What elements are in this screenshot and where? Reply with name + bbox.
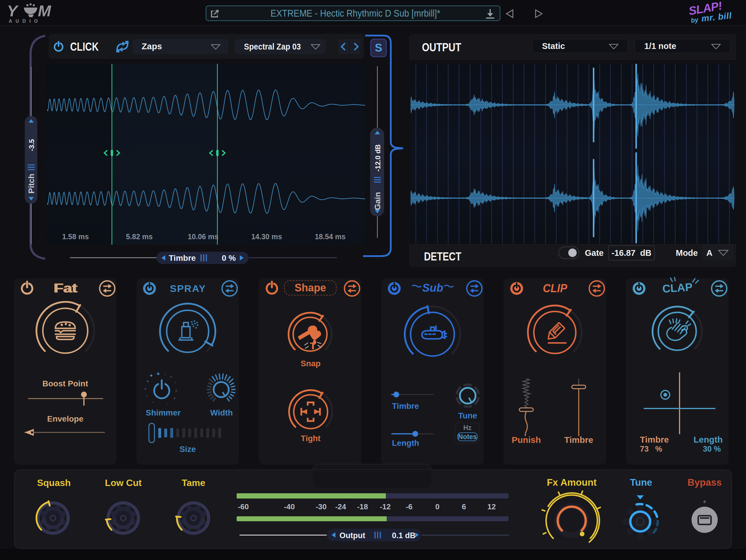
svg-text:-3.5: -3.5 bbox=[28, 139, 35, 151]
svg-text:Pitch: Pitch bbox=[27, 174, 36, 194]
svg-text:Gain: Gain bbox=[373, 192, 382, 210]
svg-text:-12.0 dB: -12.0 dB bbox=[374, 144, 382, 171]
